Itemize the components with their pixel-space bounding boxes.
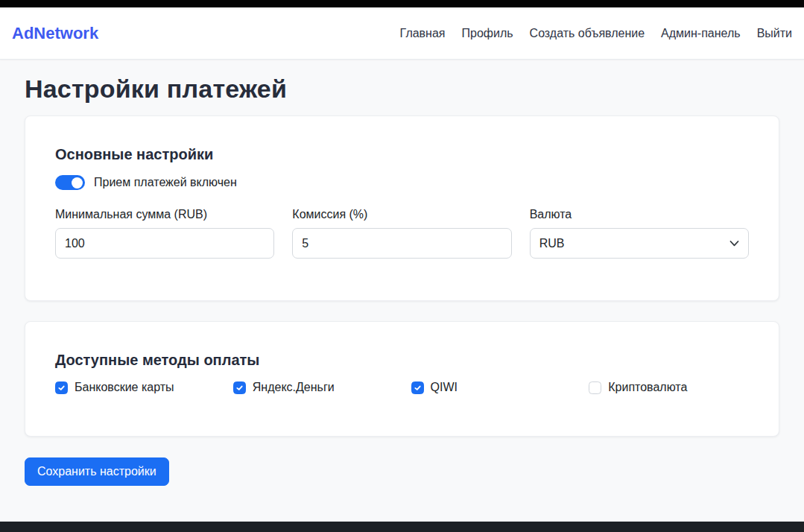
general-settings-heading: Основные настройки: [55, 146, 749, 163]
footer-bar: [0, 522, 804, 532]
payments-enabled-toggle[interactable]: [55, 175, 85, 190]
nav-link-profile[interactable]: Профиль: [462, 27, 513, 40]
brand-logo[interactable]: AdNetwork: [12, 24, 98, 43]
bank-cards-label: Банковские карты: [75, 381, 174, 394]
commission-label: Комиссия (%): [292, 208, 511, 221]
qiwi-label: QIWI: [431, 381, 458, 394]
navbar: AdNetwork Главная Профиль Создать объявл…: [0, 7, 804, 60]
check-icon: [235, 384, 244, 392]
min-amount-input[interactable]: [55, 228, 274, 259]
nav-link-admin-panel[interactable]: Админ-панель: [661, 27, 741, 40]
save-settings-button[interactable]: Сохранить настройки: [25, 457, 169, 486]
main-content: Настройки платежей Основные настройки Пр…: [0, 60, 804, 522]
crypto-checkbox[interactable]: [589, 381, 601, 394]
check-icon: [414, 384, 422, 392]
currency-label: Валюта: [530, 208, 749, 221]
payment-methods-heading: Доступные методы оплаты: [55, 352, 749, 369]
payments-toggle-row: Прием платежей включен: [55, 175, 749, 190]
method-crypto: Криптовалюта: [589, 381, 749, 394]
min-amount-field-group: Минимальная сумма (RUB): [55, 208, 274, 259]
toggle-knob: [72, 177, 83, 189]
nav-link-home[interactable]: Главная: [400, 27, 446, 40]
method-qiwi: QIWI: [411, 381, 572, 394]
method-bank-cards: Банковские карты: [55, 381, 215, 394]
min-amount-label: Минимальная сумма (RUB): [55, 208, 274, 221]
nav-link-create-ad[interactable]: Создать объявление: [530, 27, 645, 40]
qiwi-checkbox[interactable]: [411, 381, 424, 394]
bank-cards-checkbox[interactable]: [55, 381, 68, 394]
currency-select-wrap: RUB: [530, 228, 749, 259]
currency-field-group: Валюта RUB: [530, 208, 749, 259]
page-title: Настройки платежей: [25, 75, 779, 104]
method-yandex-money: Яндекс.Деньги: [233, 381, 393, 394]
commission-field-group: Комиссия (%): [292, 208, 511, 259]
general-settings-card: Основные настройки Прием платежей включе…: [25, 115, 779, 301]
currency-select[interactable]: RUB: [530, 228, 749, 259]
nav-link-logout[interactable]: Выйти: [757, 27, 792, 40]
yandex-money-checkbox[interactable]: [233, 381, 246, 394]
nav-links: Главная Профиль Создать объявление Админ…: [400, 27, 792, 40]
commission-input[interactable]: [292, 228, 511, 259]
crypto-label: Криптовалюта: [608, 381, 687, 394]
window-top-bar: [0, 0, 804, 7]
yandex-money-label: Яндекс.Деньги: [253, 381, 335, 394]
payment-methods-row: Банковские карты Яндекс.Деньги QIWI: [55, 381, 749, 394]
payments-toggle-label: Прием платежей включен: [94, 176, 237, 189]
check-icon: [57, 384, 66, 392]
settings-fields-row: Минимальная сумма (RUB) Комиссия (%) Вал…: [55, 208, 749, 259]
payment-methods-card: Доступные методы оплаты Банковские карты…: [25, 321, 779, 437]
